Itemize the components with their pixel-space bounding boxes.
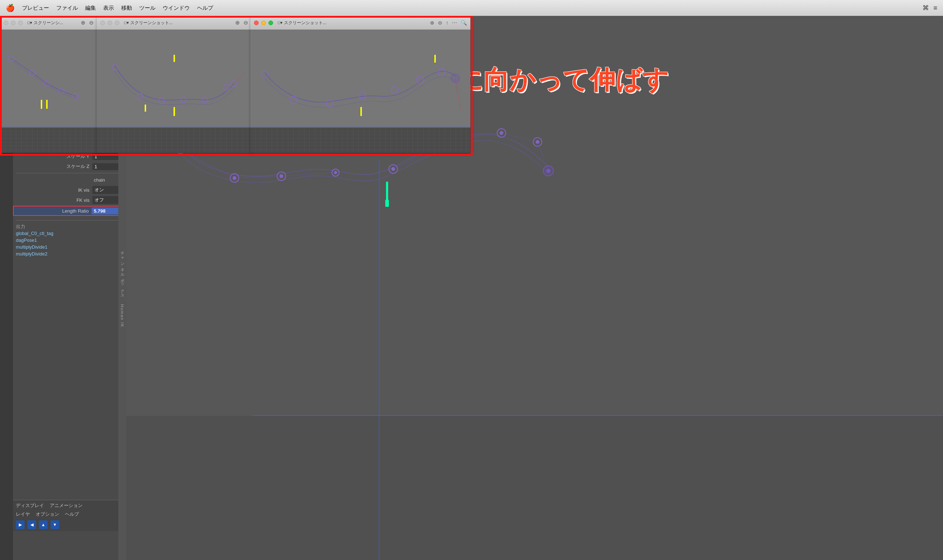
win1-title: □▾ スクリーンシ... <box>28 20 78 26</box>
menu-edit[interactable]: 編集 <box>85 5 96 12</box>
win2-max[interactable] <box>115 20 119 25</box>
svg-rect-42 <box>173 107 175 116</box>
fk-vis-label: FK vis <box>14 197 93 203</box>
win1-rig-svg <box>4 44 94 116</box>
svg-point-49 <box>391 86 398 94</box>
chain-row: chain <box>13 175 126 185</box>
win3-title: □▾ スクリーンショット... <box>278 20 428 26</box>
win3-icons: ⊕ ⊖ ↑ ⋯ 🔍 <box>430 20 467 26</box>
svg-point-35 <box>112 65 117 70</box>
win3-min[interactable] <box>261 20 266 25</box>
win1-zoom-icon[interactable]: ⊕ <box>81 20 85 26</box>
win3-more-icon[interactable]: ⋯ <box>452 20 457 26</box>
menu-preview[interactable]: プレビュー <box>22 5 49 12</box>
win3-titlebar: □▾ スクリーンショット... ⊕ ⊖ ↑ ⋯ 🔍 <box>250 16 471 29</box>
output-title: 出力 <box>16 223 123 230</box>
win2-blue-line <box>97 127 252 128</box>
svg-point-36 <box>137 93 143 99</box>
preview-window-3: □▾ スクリーンショット... ⊕ ⊖ ↑ ⋯ 🔍 <box>250 16 471 153</box>
svg-rect-55 <box>434 55 436 63</box>
fk-vis-row: FK vis オフ <box>13 195 126 205</box>
win3-zoom-in-icon[interactable]: ⊕ <box>430 20 434 26</box>
spotlight-icon: ⌘ <box>923 4 929 12</box>
menu-window[interactable]: ウインドウ <box>163 5 190 12</box>
ik-vis-label: IK vis <box>14 188 93 193</box>
win1-icons: ⊕ ⊖ <box>81 20 94 26</box>
win1-zoom-out-icon[interactable]: ⊖ <box>89 20 94 26</box>
menu-move[interactable]: 移動 <box>121 5 132 12</box>
svg-point-51 <box>438 68 445 76</box>
layer-menu[interactable]: レイヤ <box>16 511 30 517</box>
bottom-tabs-area: ディスプレイ アニメーション レイヤ オプション ヘルプ ▶ ◀ ▲ ▼ <box>13 500 118 531</box>
win1-close[interactable] <box>4 20 8 25</box>
output-item-2[interactable]: multiplyDivide1 <box>16 244 123 251</box>
win3-share-icon[interactable]: ↑ <box>446 20 448 26</box>
output-item-1[interactable]: dagPose1 <box>16 237 123 244</box>
svg-rect-43 <box>145 105 146 112</box>
win3-zoom-out-icon[interactable]: ⊖ <box>438 20 442 26</box>
option-menu[interactable]: オプション <box>36 511 59 517</box>
win1-grid <box>0 128 97 153</box>
output-item-3[interactable]: multiplyDivide2 <box>16 251 123 257</box>
win1-titlebar: □▾ スクリーンシ... ⊕ ⊖ <box>0 16 97 29</box>
win3-close[interactable] <box>254 20 259 25</box>
viewport-grid <box>126 416 943 560</box>
vertical-label-2: Human IK <box>120 304 125 328</box>
arrow-btn-up-blue[interactable]: ▲ <box>39 520 48 529</box>
display-tab[interactable]: ディスプレイ <box>16 502 44 509</box>
menu-file[interactable]: ファイル <box>56 5 78 12</box>
x-axis-line <box>253 415 943 416</box>
ik-vis-row: IK vis オン <box>13 185 126 195</box>
win3-grid <box>250 128 471 153</box>
svg-point-47 <box>326 100 333 107</box>
win2-icons: ⊕ ⊖ <box>235 20 248 26</box>
menu-view[interactable]: 表示 <box>103 5 114 12</box>
win2-titlebar: □▾ スクリーンショット... ⊕ ⊖ <box>97 16 252 29</box>
svg-rect-32 <box>46 100 48 109</box>
output-item-0[interactable]: global_C0_ctl_tag <box>16 230 123 237</box>
arrow-btn-right-blue[interactable]: ▶ <box>16 520 25 529</box>
vertical-label-1: チャンネルボックス <box>120 249 125 297</box>
menubar-right-icons: ⌘ ≡ <box>923 4 937 12</box>
win2-close[interactable] <box>100 20 105 25</box>
win1-max[interactable] <box>18 20 23 25</box>
svg-line-20 <box>281 172 335 176</box>
win2-rig-svg <box>104 37 245 123</box>
menu-help[interactable]: ヘルプ <box>197 5 213 12</box>
help-menu[interactable]: ヘルプ <box>65 511 79 517</box>
output-section: 出力 global_C0_ctl_tag dagPose1 multiplyDi… <box>13 222 126 259</box>
win3-max[interactable] <box>269 20 273 25</box>
win2-zoom-icon[interactable]: ⊕ <box>235 20 240 26</box>
scale-y-label: スケール Y <box>14 153 93 160</box>
preview-window-2: □▾ スクリーンショット... ⊕ ⊖ <box>97 16 252 153</box>
svg-point-40 <box>224 84 230 90</box>
win2-content <box>97 29 252 153</box>
win2-zoom-out-icon[interactable]: ⊖ <box>244 20 248 26</box>
menubar: 🍎 プレビュー ファイル 編集 表示 移動 ツール ウインドウ ヘルプ ⌘ ≡ <box>0 0 943 16</box>
apple-menu-icon[interactable]: 🍎 <box>6 4 15 12</box>
control-center-icon: ≡ <box>933 4 937 12</box>
svg-line-18 <box>181 149 235 178</box>
win3-blue-line <box>250 127 471 128</box>
svg-line-53 <box>455 78 460 109</box>
win3-rig-svg <box>258 37 463 127</box>
win2-min[interactable] <box>108 20 112 25</box>
svg-point-45 <box>261 71 269 78</box>
svg-line-24 <box>537 142 548 171</box>
win2-grid <box>97 128 252 153</box>
scale-z-row: スケール Z 1 <box>13 162 126 172</box>
z-axis-line <box>379 160 380 560</box>
svg-rect-33 <box>41 100 42 109</box>
svg-rect-54 <box>360 107 362 116</box>
svg-point-37 <box>159 98 165 104</box>
arrow-btn-down-blue[interactable]: ▼ <box>51 520 59 529</box>
win2-title: □▾ スクリーンショット... <box>124 20 233 26</box>
win1-content <box>0 29 97 153</box>
animation-tab[interactable]: アニメーション <box>50 502 83 509</box>
svg-point-46 <box>290 96 297 103</box>
win1-min[interactable] <box>11 20 15 25</box>
arrow-btn-left-blue[interactable]: ◀ <box>28 520 36 529</box>
menu-tools[interactable]: ツール <box>139 5 156 12</box>
win3-search-icon[interactable]: 🔍 <box>461 20 467 26</box>
preview-window-1: □▾ スクリーンシ... ⊕ ⊖ <box>0 16 97 153</box>
